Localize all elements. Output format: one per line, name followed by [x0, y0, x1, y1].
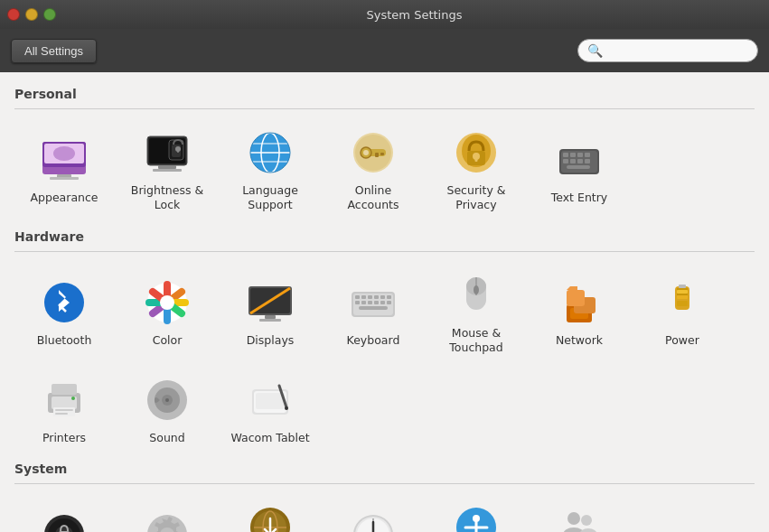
search-input[interactable] [608, 44, 748, 58]
section-divider-personal [14, 108, 755, 109]
sound-label: Sound [149, 431, 184, 445]
icon-item-details[interactable]: Details [117, 493, 217, 532]
svg-rect-55 [361, 295, 366, 299]
bluetooth-icon [39, 277, 89, 328]
svg-rect-94 [256, 393, 285, 409]
icon-item-user-accounts[interactable]: UserAccounts [530, 493, 629, 532]
svg-rect-80 [679, 285, 686, 288]
svg-rect-56 [368, 295, 372, 299]
svg-rect-32 [475, 156, 478, 162]
svg-rect-66 [359, 306, 388, 310]
titlebar: System Settings [0, 0, 769, 29]
backups-icon [39, 509, 89, 532]
displays-icon [245, 277, 295, 328]
svg-rect-78 [677, 295, 688, 299]
svg-rect-84 [53, 407, 75, 416]
icon-item-sound[interactable]: Sound [117, 366, 217, 453]
icon-item-power[interactable]: Power [633, 261, 732, 363]
icon-grid-hardware: Bluetooth Color Displays [14, 261, 755, 453]
keyboard-label: Keyboard [347, 333, 400, 348]
icon-item-backups[interactable]: Backups [14, 493, 114, 532]
sound-icon [142, 375, 192, 425]
svg-rect-10 [153, 169, 182, 172]
svg-point-46 [160, 295, 174, 310]
svg-point-127 [581, 515, 592, 526]
svg-rect-86 [55, 413, 68, 415]
icon-item-security-privacy[interactable]: Security &Privacy [427, 118, 526, 220]
search-icon: 🔍 [587, 43, 603, 58]
language-support-label: LanguageSupport [242, 183, 298, 213]
icon-item-wacom-tablet[interactable]: Wacom Tablet [220, 366, 320, 453]
color-icon [142, 277, 192, 328]
power-label: Power [665, 333, 699, 348]
svg-rect-62 [368, 301, 372, 304]
svg-rect-51 [259, 319, 281, 322]
bluetooth-label: Bluetooth [37, 333, 92, 348]
icon-item-text-entry[interactable]: Text Entry [530, 118, 629, 220]
svg-point-25 [363, 150, 369, 155]
language-support-icon [245, 127, 295, 178]
brightness-lock-icon [142, 127, 192, 178]
user-accounts-icon [554, 502, 605, 532]
svg-point-125 [567, 512, 580, 525]
section-label-personal: Personal [14, 87, 755, 101]
svg-rect-60 [355, 301, 360, 304]
svg-rect-50 [265, 315, 276, 319]
section-label-hardware: Hardware [14, 229, 755, 244]
all-settings-button[interactable]: All Settings [11, 39, 97, 63]
svg-rect-37 [577, 153, 583, 157]
icon-item-displays[interactable]: Displays [220, 261, 320, 363]
icon-item-language-support[interactable]: LanguageSupport [220, 118, 320, 220]
icon-item-mouse-touchpad[interactable]: Mouse &Touchpad [427, 261, 526, 363]
universal-access-icon [451, 502, 502, 532]
printers-icon [39, 375, 89, 425]
time-date-icon [348, 509, 399, 532]
displays-label: Displays [247, 333, 295, 348]
power-icon [657, 277, 708, 328]
section-hardware: Hardware Bluetooth Color Displays [14, 229, 755, 453]
icon-grid-system: Backups Details Software &Updates [14, 493, 755, 532]
text-entry-label: Text Entry [551, 191, 608, 205]
svg-rect-74 [567, 290, 585, 306]
brightness-lock-label: Brightness &Lock [131, 183, 203, 213]
icon-item-network[interactable]: Network [530, 261, 629, 363]
maximize-button[interactable] [43, 8, 56, 21]
security-privacy-label: Security &Privacy [446, 183, 505, 213]
section-divider-system [14, 483, 755, 484]
svg-rect-40 [570, 159, 576, 163]
icon-item-color[interactable]: Color [117, 261, 217, 363]
svg-rect-9 [158, 165, 176, 169]
search-bar: 🔍 [577, 39, 758, 62]
icon-item-time-date[interactable]: Time & Date [324, 493, 423, 532]
icon-item-brightness-lock[interactable]: Brightness &Lock [117, 118, 217, 220]
icon-item-online-accounts[interactable]: OnlineAccounts [324, 118, 423, 220]
appearance-label: Appearance [30, 191, 98, 205]
icon-item-universal-access[interactable]: UniversalAccess [427, 493, 526, 532]
svg-rect-36 [570, 153, 576, 157]
svg-rect-79 [677, 301, 688, 306]
keyboard-icon [348, 277, 399, 328]
mouse-touchpad-label: Mouse &Touchpad [449, 326, 502, 356]
main-content: Personal Appearance Brightness &Lock [0, 72, 769, 532]
icon-item-software-updates[interactable]: Software &Updates [220, 493, 320, 532]
icon-item-bluetooth[interactable]: Bluetooth [14, 261, 114, 363]
svg-rect-57 [374, 295, 379, 299]
svg-rect-42 [585, 159, 590, 163]
svg-point-96 [285, 406, 288, 410]
svg-rect-27 [380, 153, 384, 155]
close-button[interactable] [7, 8, 20, 21]
svg-rect-83 [52, 384, 77, 395]
svg-rect-63 [374, 301, 379, 304]
svg-rect-43 [567, 165, 590, 169]
wacom-tablet-icon [245, 375, 295, 425]
software-updates-icon [245, 502, 295, 532]
svg-rect-85 [55, 409, 73, 411]
icon-item-appearance[interactable]: Appearance [14, 118, 114, 220]
section-system: System Backups Details Software &Updates [14, 462, 755, 532]
online-accounts-label: OnlineAccounts [348, 183, 399, 213]
appearance-icon [39, 135, 89, 185]
minimize-button[interactable] [25, 8, 38, 21]
icon-item-keyboard[interactable]: Keyboard [324, 261, 423, 363]
svg-rect-26 [375, 153, 379, 157]
icon-item-printers[interactable]: Printers [14, 366, 114, 453]
